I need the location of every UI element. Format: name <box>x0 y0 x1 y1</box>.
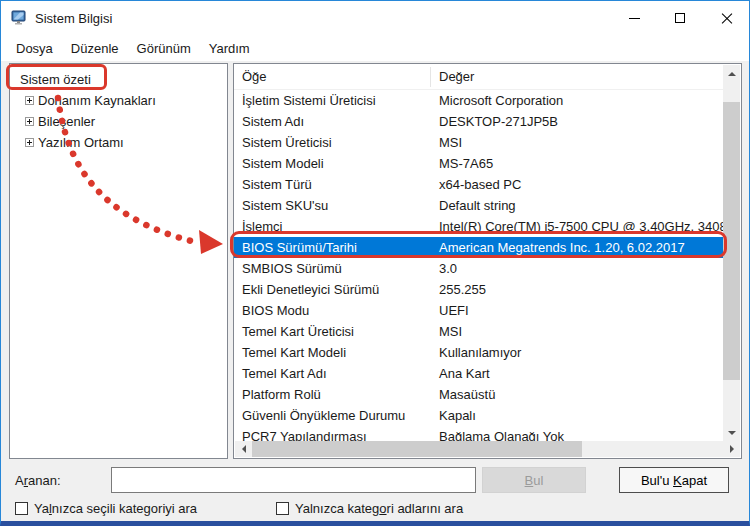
details-table-panel: Öğe Değer İşletim Sistemi Üreticisi Micr… <box>233 63 742 459</box>
value-cell: Ana Kart <box>431 366 490 381</box>
item-cell: Ekli Denetleyici Sürümü <box>234 282 431 297</box>
item-cell: SMBIOS Sürümü <box>234 261 431 276</box>
menu-bar: DosyaDüzenleGörünümYardım <box>1 35 749 61</box>
value-cell: MSI <box>431 135 462 150</box>
checkbox-icon[interactable] <box>276 502 289 515</box>
close-find-button[interactable]: Bul'u Kapat <box>619 467 729 493</box>
maximize-button[interactable] <box>657 1 703 35</box>
checkbox-label: Yalnızca kategori adlarını ara <box>295 501 463 516</box>
search-selected-category-option[interactable]: Yalnızca seçili kategoriyi ara <box>15 501 197 516</box>
search-category-names-option[interactable]: Yalnızca kategori adlarını ara <box>276 501 463 516</box>
window-title: Sistem Bilgisi <box>35 11 112 26</box>
value-cell: 255.255 <box>431 282 486 297</box>
search-input[interactable] <box>111 467 476 493</box>
table-row[interactable]: SMBIOS Sürümü 3.0 <box>234 258 724 279</box>
menu-item[interactable]: Düzenle <box>62 37 128 60</box>
expand-plus-icon[interactable] <box>25 117 34 126</box>
tree-item-label: Bileşenler <box>34 114 95 129</box>
table-row[interactable]: Sistem Adı DESKTOP-271JP5B <box>234 111 724 132</box>
close-icon <box>721 13 732 24</box>
item-cell: Sistem Türü <box>234 177 431 192</box>
table-row[interactable]: BIOS Modu UEFI <box>234 300 724 321</box>
close-button[interactable] <box>703 1 749 35</box>
menu-item[interactable]: Yardım <box>200 37 259 60</box>
checkbox-label: Yalnızca seçili kategoriyi ara <box>34 501 197 516</box>
horizontal-scrollbar[interactable] <box>235 441 740 457</box>
table-row[interactable]: Temel Kart Adı Ana Kart <box>234 363 724 384</box>
minimize-icon <box>629 18 640 19</box>
column-header-value[interactable]: Değer <box>431 69 474 84</box>
value-cell: Intel(R) Core(TM) i5-7500 CPU @ 3.40GHz,… <box>431 219 724 234</box>
item-cell: Sistem Üreticisi <box>234 135 431 150</box>
title-bar: Sistem Bilgisi <box>1 1 749 35</box>
value-cell: Masaüstü <box>431 387 495 402</box>
tree-item[interactable]: Bileşenler <box>10 111 227 132</box>
value-cell: x64-based PC <box>431 177 521 192</box>
value-cell: UEFI <box>431 303 469 318</box>
item-cell: BIOS Modu <box>234 303 431 318</box>
vertical-scrollbar[interactable] <box>723 65 740 441</box>
tree-item[interactable]: Yazılım Ortamı <box>10 132 227 153</box>
tree-item-label: Donanım Kaynakları <box>34 93 156 108</box>
table-row[interactable]: Sistem SKU'su Default string <box>234 195 724 216</box>
value-cell: Kapalı <box>431 408 476 423</box>
table-row[interactable]: İşletim Sistemi Üreticisi Microsoft Corp… <box>234 90 724 111</box>
item-cell: Platform Rolü <box>234 387 431 402</box>
category-tree-panel: Sistem özeti Donanım Kaynakları Bileşenl… <box>9 63 228 459</box>
vertical-scrollbar-thumb[interactable] <box>723 102 740 380</box>
maximize-icon <box>675 13 685 23</box>
value-cell: 3.0 <box>431 261 457 276</box>
system-information-window: Sistem Bilgisi DosyaDüzenleGörünümYardım… <box>0 0 750 526</box>
tree-item[interactable]: Sistem özeti <box>10 69 227 90</box>
column-header-item[interactable]: Öğe <box>234 67 431 87</box>
item-cell: Temel Kart Adı <box>234 366 431 381</box>
scroll-down-icon[interactable] <box>723 424 740 441</box>
value-cell: DESKTOP-271JP5B <box>431 114 558 129</box>
value-cell: Default string <box>431 198 516 213</box>
item-cell: Temel Kart Modeli <box>234 345 431 360</box>
find-button[interactable]: Bul <box>482 467 586 493</box>
value-cell: MSI <box>431 324 462 339</box>
minimize-button[interactable] <box>611 1 657 35</box>
value-cell: MS-7A65 <box>431 156 493 171</box>
table-row[interactable]: Ekli Denetleyici Sürümü 255.255 <box>234 279 724 300</box>
table-row[interactable]: Temel Kart Üreticisi MSI <box>234 321 724 342</box>
value-cell: Kullanılamıyor <box>431 345 521 360</box>
item-cell: İşletim Sistemi Üreticisi <box>234 93 431 108</box>
horizontal-scrollbar-thumb[interactable] <box>252 441 582 457</box>
table-header: Öğe Değer <box>234 64 724 90</box>
menu-item[interactable]: Görünüm <box>128 37 200 60</box>
scroll-up-icon[interactable] <box>723 65 740 82</box>
table-row[interactable]: PCR7 Yapılandırması Bağlama Olanağı Yok <box>234 426 724 442</box>
system-info-app-icon <box>11 10 27 26</box>
expand-plus-icon[interactable] <box>25 138 34 147</box>
item-cell: Sistem SKU'su <box>234 198 431 213</box>
table-row[interactable]: Sistem Üreticisi MSI <box>234 132 724 153</box>
scroll-right-icon[interactable] <box>723 441 740 457</box>
table-rows: İşletim Sistemi Üreticisi Microsoft Corp… <box>234 90 724 442</box>
tree-item-label: Sistem özeti <box>16 72 91 87</box>
search-label: Aranan: <box>15 473 61 488</box>
item-cell: İşlemci <box>234 219 431 234</box>
item-cell: Sistem Modeli <box>234 156 431 171</box>
checkbox-icon[interactable] <box>15 502 28 515</box>
table-row[interactable]: Sistem Türü x64-based PC <box>234 174 724 195</box>
value-cell: Microsoft Corporation <box>431 93 563 108</box>
table-row[interactable]: BIOS Sürümü/Tarihi American Megatrends I… <box>234 237 724 258</box>
menu-item[interactable]: Dosya <box>7 37 62 60</box>
tree-item[interactable]: Donanım Kaynakları <box>10 90 227 111</box>
item-cell: Sistem Adı <box>234 114 431 129</box>
expand-plus-icon[interactable] <box>25 96 34 105</box>
table-row[interactable]: Güvenli Önyükleme Durumu Kapalı <box>234 405 724 426</box>
item-cell: Güvenli Önyükleme Durumu <box>234 408 431 423</box>
table-row[interactable]: Sistem Modeli MS-7A65 <box>234 153 724 174</box>
item-cell: Temel Kart Üreticisi <box>234 324 431 339</box>
tree-item-label: Yazılım Ortamı <box>34 135 124 150</box>
item-cell: BIOS Sürümü/Tarihi <box>234 240 431 255</box>
table-row[interactable]: İşlemci Intel(R) Core(TM) i5-7500 CPU @ … <box>234 216 724 237</box>
table-row[interactable]: Temel Kart Modeli Kullanılamıyor <box>234 342 724 363</box>
scroll-left-icon[interactable] <box>235 441 252 457</box>
value-cell: American Megatrends Inc. 1.20, 6.02.2017 <box>431 240 685 255</box>
table-row[interactable]: Platform Rolü Masaüstü <box>234 384 724 405</box>
